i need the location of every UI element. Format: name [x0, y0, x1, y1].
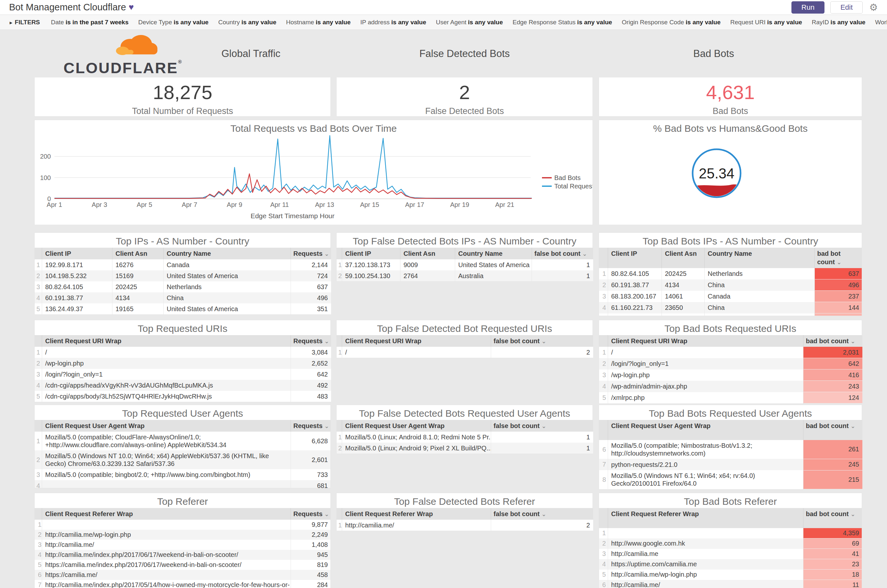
column-header[interactable]: Client Asn [400, 248, 455, 260]
filters-toggle[interactable]: ▸FILTERS [10, 19, 40, 26]
table-row: 5http://camilia.me/wp-login.php18 [599, 570, 862, 580]
column-header[interactable]: Client Asn [112, 248, 163, 260]
sorted-column-header[interactable]: bad bot count ⌄ [815, 248, 862, 268]
filter-request-uri[interactable]: Request URIis any value [730, 19, 802, 26]
cell: 23650 [661, 302, 704, 314]
sorted-column-header[interactable]: bad bot count ⌄ [803, 335, 862, 347]
sorted-column-header[interactable]: Requests ⌄ [290, 248, 331, 260]
cell: China [704, 279, 815, 291]
column-header[interactable]: Client Request Referer Wrap [42, 508, 290, 520]
column-header[interactable]: Client Request User Agent Wrap [342, 420, 491, 432]
row-number: 3 [35, 281, 42, 292]
column-header[interactable]: Client Request URI Wrap [608, 335, 803, 347]
stat-label: Bad Bots [599, 106, 862, 116]
row-number: 2 [35, 270, 42, 281]
tile-title: Top False Detected Bots IPs - AS Number … [337, 233, 592, 248]
cell: United States of America [163, 270, 290, 281]
cell: Netherlands [163, 281, 290, 292]
tile-bad-bots-requested-uris: Top Bad Bots Requested URIsClient Reques… [599, 320, 862, 404]
filter-origin-response-code[interactable]: Origin Response Codeis any value [622, 19, 720, 26]
row-number: 6 [599, 580, 608, 588]
sorted-column-header[interactable]: false bot count ⌄ [491, 508, 593, 520]
column-header[interactable]: Client IP [42, 248, 112, 260]
cell: /cdn-cgi/apps/head/xVgyKhR-vV3dAUGhMqfBc… [42, 380, 290, 391]
column-header[interactable]: Country Name [704, 248, 815, 268]
table-row: 460.191.38.774134China496 [35, 292, 331, 303]
measure-cell: 351 [290, 303, 331, 314]
filter-rayid[interactable]: RayIDis any value [812, 19, 866, 26]
filter-edge-response-status[interactable]: Edge Response Statusis any value [513, 19, 612, 26]
cell: 192.99.8.171 [42, 260, 112, 270]
tile-title: Top False Detected Bot Requested URIs [337, 320, 592, 335]
filter-user-agent[interactable]: User Agentis any value [436, 19, 503, 26]
column-header[interactable]: Client Request URI Wrap [42, 335, 290, 347]
row-number: 8 [599, 470, 608, 489]
row-number: 4 [35, 480, 42, 488]
sorted-column-header[interactable]: false bot count ⌄ [532, 248, 593, 260]
cell: Netherlands [704, 268, 815, 279]
column-header[interactable]: Client Request User Agent Wrap [42, 420, 290, 432]
top-bar: Bot Management Cloudflare ♥ Run Edit ⚙ [0, 0, 887, 15]
edit-button[interactable]: Edit [830, 1, 863, 14]
column-header[interactable]: Client Request URI Wrap [342, 335, 491, 347]
cell: 80.82.64.105 [42, 281, 112, 292]
measure-cell: 23 [803, 559, 862, 570]
registered-mark: ® [178, 59, 183, 64]
sorted-column-header[interactable]: Requests ⌄ [290, 335, 331, 347]
sorted-column-header[interactable]: bad bot count ⌄ [803, 508, 862, 528]
sorted-column-header[interactable]: Requests ⌄ [290, 508, 331, 520]
cell: Mozilla/5.0 (Windows NT 10.0; Win64; x64… [42, 450, 290, 469]
filter-ip-address[interactable]: IP addressis any value [360, 19, 426, 26]
table-row: 1Mozilla/5.0 (Linux; Android 8.1.0; Redm… [337, 432, 593, 442]
column-header[interactable]: Client Request Referer Wrap [608, 508, 803, 528]
expand-arrow-icon: ▸ [10, 20, 12, 25]
svg-text:100: 100 [40, 174, 51, 182]
table-row: 2Mozilla/5.0 (Windows NT 10.0; Win64; x6… [35, 450, 331, 469]
sorted-column-header[interactable]: false bot count ⌄ [491, 420, 593, 432]
cell: Mozilla/5.0 (compatible; bingbot/2.0; +h… [42, 469, 290, 480]
row-number: 3 [35, 540, 42, 550]
table-row [599, 314, 862, 316]
sort-caret-icon: ⌄ [837, 259, 842, 266]
tile-title: Top IPs - AS Number - Country [35, 233, 331, 248]
column-header[interactable]: Client Request User Agent Wrap [608, 420, 803, 440]
column-header[interactable]: Client Asn [661, 248, 704, 268]
measure-cell: 2 [491, 347, 593, 358]
measure-cell: 2,031 [803, 347, 862, 358]
column-header[interactable]: Client Request Referer Wrap [342, 508, 491, 520]
filter-hostname[interactable]: Hostnameis any value [286, 19, 350, 26]
measure-cell: 1 [532, 260, 593, 270]
row-number: 1 [337, 347, 342, 358]
measure-cell [815, 314, 862, 316]
column-header[interactable]: Country Name [163, 248, 290, 260]
cell [608, 528, 803, 538]
section-header-global-traffic: Global Traffic [171, 48, 331, 60]
sorted-column-header[interactable]: bad bot count ⌄ [803, 420, 862, 440]
cell: http://camilia.me/ [42, 540, 290, 550]
filter-country[interactable]: Countryis any value [218, 19, 276, 26]
table-row: 137.120.138.1739009United States of Amer… [337, 260, 593, 270]
svg-text:Apr 21: Apr 21 [495, 201, 514, 208]
row-number-header [599, 508, 608, 528]
filter-device-type[interactable]: Device Typeis any value [138, 19, 209, 26]
column-header[interactable]: Client IP [608, 248, 661, 268]
row-number-header [337, 508, 342, 520]
table-row: 4/cdn-cgi/apps/head/xVgyKhR-vV3dAUGhMqfB… [35, 380, 331, 391]
run-button[interactable]: Run [791, 1, 824, 14]
filter-date[interactable]: Dateis in the past 7 weeks [51, 19, 128, 26]
sorted-column-header[interactable]: Requests ⌄ [290, 420, 331, 432]
row-number-header [337, 335, 342, 347]
measure-cell: 1,408 [290, 540, 331, 550]
topbar-actions: Run Edit ⚙ [791, 1, 878, 14]
row-number: 2 [599, 538, 608, 549]
row-number: 4 [599, 559, 608, 570]
measure-cell: 496 [290, 292, 331, 303]
column-header[interactable]: Client IP [342, 248, 400, 260]
sorted-column-header[interactable]: false bot count ⌄ [491, 335, 593, 347]
row-number-header [599, 248, 608, 268]
filter-worker-subrequest[interactable]: Worker Subrequestis... [875, 19, 887, 26]
measure-cell: 6,628 [290, 432, 331, 450]
gear-icon[interactable]: ⚙ [869, 2, 878, 13]
column-header[interactable]: Country Name [455, 248, 532, 260]
table-row: 260.191.38.774134China496 [599, 279, 862, 291]
